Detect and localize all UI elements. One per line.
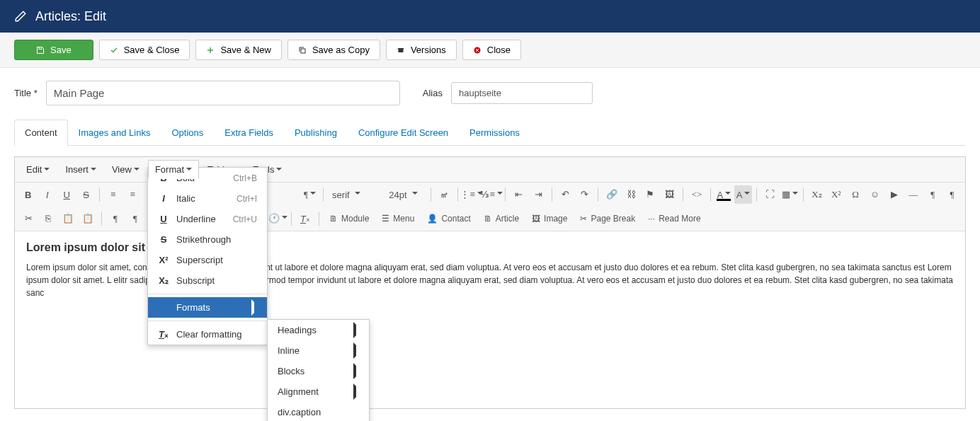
link-button[interactable]: 🔗 [603,185,620,204]
tab-extra[interactable]: Extra Fields [214,120,284,145]
formats-inline[interactable]: Inline [268,340,369,361]
paste-button[interactable]: 📋 [59,209,77,228]
text-color-button[interactable]: A [715,185,733,204]
outdent-button[interactable]: ⇤ [510,185,528,204]
undo-button[interactable]: ↶ [557,185,574,204]
special-char-button[interactable]: Ω [846,185,864,204]
format-underline[interactable]: UUnderlineCtrl+U [148,209,267,229]
strike-button[interactable]: S [77,185,95,204]
archive-icon [397,46,405,54]
editor-menubar: Edit Insert View Format Table Tools [15,157,965,183]
tab-permissions[interactable]: Permissions [459,120,530,145]
pagebreak-button[interactable]: ✂Page Break [574,209,641,228]
show-blocks-button[interactable]: ¶ [106,209,125,228]
formats-blocks[interactable]: Blocks [268,361,369,381]
paragraph-select[interactable]: ¶ [301,185,319,204]
superscript-button[interactable]: X² [827,185,845,204]
alias-input[interactable] [451,82,593,104]
cut-button[interactable]: ✂ [19,209,38,228]
code-button[interactable]: <> [688,185,705,204]
tabs: Content Images and Links Options Extra F… [14,120,966,146]
menu-view[interactable]: View [105,160,147,179]
plus-icon [206,46,215,54]
menu-insert[interactable]: Insert [58,160,103,179]
number-list-button[interactable]: ⅓≡ [482,185,501,204]
clear-format-button[interactable]: Tₓ [296,209,314,228]
title-label: Title [14,88,38,98]
tab-content[interactable]: Content [14,120,68,146]
anchor-button[interactable]: ⚑ [642,185,659,204]
bullet-list-button[interactable]: ⋮≡ [462,185,481,204]
image-insert-button[interactable]: 🖼Image [526,209,573,228]
media-button[interactable]: ▶ [885,185,903,204]
font-size-select[interactable]: 24pt [384,185,426,204]
table-button[interactable]: ▦ [781,185,799,204]
redo-button[interactable]: ↷ [576,185,593,204]
ltr-button[interactable]: ¶ [924,185,942,204]
contact-button[interactable]: 👤Contact [421,209,476,228]
tab-options[interactable]: Options [161,120,214,145]
copy-button[interactable]: ⎘ [39,209,57,228]
versions-button[interactable]: Versions [386,40,457,60]
module-button[interactable]: 🗎Module [324,209,375,228]
svg-rect-1 [398,50,403,52]
tab-publishing[interactable]: Publishing [284,120,348,145]
app-header: Articles: Edit [0,0,980,33]
format-strike[interactable]: SStrikethrough [148,229,267,250]
formats-alignment[interactable]: Alignment [268,381,369,402]
title-input[interactable] [46,81,400,105]
indent-button[interactable]: ⇥ [529,185,547,204]
bold-button[interactable]: B [19,185,37,204]
emoji-button[interactable]: ☺ [866,185,884,204]
format-sub[interactable]: X₂Subscript [148,270,267,291]
tab-configure[interactable]: Configure Edit Screen [348,120,459,145]
alias-label: Alias [423,88,443,98]
menu-edit[interactable]: Edit [19,160,57,179]
fullscreen-button[interactable]: ⛶ [761,185,779,204]
formats-divcaption[interactable]: div.caption [268,402,369,409]
menu-button[interactable]: ☰Menu [376,209,420,228]
datetime-button[interactable]: 🕐 [268,209,287,228]
bg-color-button[interactable]: A [734,185,752,204]
readmore-button[interactable]: ···Read More [642,209,706,228]
subscript-button[interactable]: X₂ [808,185,826,204]
image-button[interactable]: 🖼 [661,185,678,204]
cancel-icon [473,46,482,54]
format-clear[interactable]: TₓClear formatting [148,324,267,345]
copy-icon [298,46,307,54]
tab-images[interactable]: Images and Links [68,120,161,145]
unlink-button[interactable]: ⛓ [622,185,640,204]
font-family-select[interactable]: serif [328,185,383,204]
svg-rect-0 [301,49,305,53]
underline-button[interactable]: U [58,185,76,204]
italic-button[interactable]: I [38,185,56,204]
align-center-button[interactable]: ≡ [123,185,141,204]
formats-headings[interactable]: Headings [268,320,369,340]
format-formats[interactable]: Formats [148,297,267,318]
apply-icon [36,46,45,54]
close-button[interactable]: Close [462,40,521,60]
check-icon [110,46,118,54]
format-super[interactable]: X²Superscript [148,250,267,270]
menu-format[interactable]: Format [148,160,199,179]
hr-button[interactable]: — [904,185,922,204]
align-left-button[interactable]: ≡ [104,185,122,204]
page-title: Articles: Edit [35,9,106,24]
format-italic[interactable]: IItalicCtrl+I [148,188,267,209]
format-dropdown: BBoldCtrl+B IItalicCtrl+I UUnderlineCtrl… [147,167,268,345]
formats-submenu: Headings Inline Blocks Alignment div.cap… [267,319,370,409]
article-button[interactable]: 🗎Article [478,209,525,228]
save-new-button[interactable]: Save & New [195,40,282,60]
rtl-button[interactable]: ¶ [943,185,961,204]
save-copy-button[interactable]: Save as Copy [287,40,380,60]
visual-chars-button[interactable]: ¶ [126,209,144,228]
save-close-button[interactable]: Save & Close [99,40,190,60]
paste-text-button[interactable]: 📋 [79,209,97,228]
pencil-icon [14,10,27,23]
action-toolbar: Save Save & Close Save & New Save as Cop… [0,33,980,68]
find-button[interactable]: ㎡ [435,185,453,204]
save-button[interactable]: Save [14,40,93,60]
